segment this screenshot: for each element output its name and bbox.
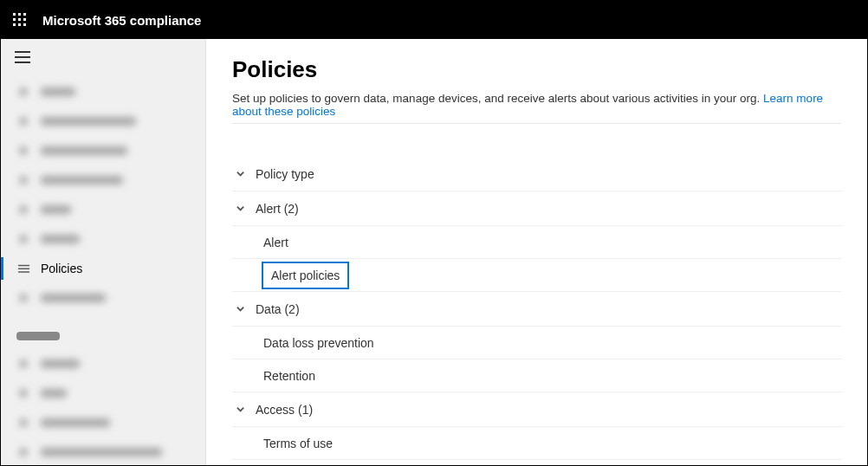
svg-rect-2 (23, 13, 26, 16)
svg-rect-1 (18, 13, 21, 16)
nav-item-label: Policies (41, 262, 82, 275)
app-title: Microsoft 365 compliance (42, 13, 201, 28)
policy-group-label: Data (2) (256, 302, 300, 316)
policy-group-label: Alert (2) (256, 202, 299, 216)
svg-rect-9 (17, 264, 29, 265)
nav-item-blurred[interactable] (1, 349, 205, 379)
svg-rect-6 (13, 23, 16, 26)
policy-group-label: Access (1) (256, 403, 313, 417)
main-layout: Policies Policies Set up policies to gov… (1, 39, 867, 465)
nav-list: Policies (1, 77, 205, 466)
policy-item[interactable]: Data loss prevention (232, 327, 841, 359)
page-description: Set up policies to govern data, manage d… (232, 92, 841, 118)
svg-rect-11 (17, 271, 29, 272)
policy-group-header[interactable]: Data (2) (232, 292, 841, 327)
policy-item-label: Alert policies (263, 263, 347, 288)
chevron-down-icon (236, 403, 245, 417)
svg-rect-3 (13, 18, 16, 21)
chevron-down-icon (236, 302, 245, 316)
policy-item[interactable]: Alert (232, 226, 841, 259)
policy-item[interactable]: Retention (232, 359, 841, 392)
svg-rect-8 (23, 23, 26, 26)
sidebar: Policies (1, 39, 206, 465)
nav-item-blurred[interactable] (1, 379, 205, 408)
policy-item-label: Data loss prevention (263, 336, 374, 350)
nav-item-blurred[interactable] (1, 224, 205, 254)
policy-tree: Policy typeAlert (2)AlertAlert policiesD… (232, 157, 841, 460)
policy-type-label: Policy type (256, 167, 314, 181)
svg-rect-10 (17, 268, 29, 269)
nav-item-blurred[interactable] (1, 107, 205, 136)
svg-rect-4 (18, 18, 21, 21)
nav-item-blurred[interactable] (1, 77, 205, 107)
nav-item-blurred[interactable] (1, 136, 205, 165)
svg-rect-0 (13, 13, 16, 16)
divider (232, 123, 841, 124)
nav-item-blurred[interactable] (1, 195, 205, 224)
policy-item-label: Retention (263, 369, 315, 383)
nav-item-policies[interactable]: Policies (1, 254, 205, 283)
policy-type-header[interactable]: Policy type (232, 157, 841, 191)
top-bar: Microsoft 365 compliance (1, 1, 867, 39)
policy-item[interactable]: Terms of use (232, 427, 841, 460)
page-title: Policies (232, 56, 841, 83)
policy-item-label: Terms of use (263, 437, 333, 450)
nav-section-label (1, 328, 205, 344)
policy-item-label: Alert (263, 236, 288, 249)
content-area: Policies Set up policies to govern data,… (206, 39, 867, 465)
policy-group-header[interactable]: Access (1) (232, 392, 841, 427)
policies-icon (16, 262, 30, 275)
nav-item-blurred[interactable] (1, 283, 205, 313)
nav-item-blurred[interactable] (1, 408, 205, 437)
app-launcher-icon[interactable] (13, 13, 27, 27)
chevron-down-icon (236, 167, 245, 181)
nav-item-blurred[interactable] (1, 165, 205, 195)
policy-group-header[interactable]: Alert (2) (232, 191, 841, 226)
chevron-down-icon (236, 202, 245, 216)
policy-item[interactable]: Alert policies (232, 259, 841, 292)
nav-item-blurred[interactable] (1, 437, 205, 466)
svg-rect-7 (18, 23, 21, 26)
svg-rect-5 (23, 18, 26, 21)
hamburger-icon[interactable] (15, 51, 30, 63)
